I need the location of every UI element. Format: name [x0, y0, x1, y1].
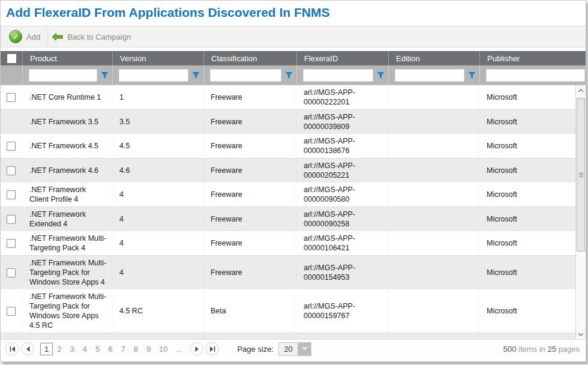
filter-input-edition[interactable]	[395, 69, 464, 82]
pager-next-button[interactable]	[190, 342, 203, 355]
add-check-icon: ✓	[9, 30, 22, 43]
cell-flexeraid: arl://MGS-APP-00000138676	[296, 134, 388, 158]
row-checkbox[interactable]	[7, 142, 16, 151]
column-header-classification[interactable]: Classification	[203, 51, 296, 65]
cell-flexeraid: arl://MGS-APP-00000222201	[296, 85, 388, 109]
table-row[interactable]: .NET Framework Client Profile 4 4 Freewa…	[1, 182, 575, 207]
cell-classification: Freeware	[203, 256, 296, 289]
page-number-5[interactable]: 5	[91, 343, 104, 355]
grid-window: Add FlexeraID From Applications Discover…	[0, 0, 586, 362]
page-number-3[interactable]: 3	[65, 343, 78, 355]
cell-edition	[388, 256, 479, 289]
pager-last-button[interactable]	[206, 342, 219, 355]
page-number-6[interactable]: 6	[104, 343, 116, 355]
cell-publisher: Microsoft	[479, 110, 575, 134]
cell-classification: Beta	[203, 289, 296, 333]
select-all-checkbox[interactable]	[7, 54, 16, 63]
column-header-product[interactable]: Product	[22, 51, 112, 65]
filter-input-flexeraid[interactable]	[303, 69, 373, 82]
table-row[interactable]: .NET Framework Multi-Targeting Pack 4 4 …	[1, 231, 575, 256]
table-row[interactable]: arl://MGS	[1, 333, 575, 339]
cell-classification: Freeware	[203, 231, 296, 255]
page-number-...[interactable]: ...	[172, 343, 187, 355]
table-row[interactable]: .NET Framework 4.5 4.5 Freeware arl://MG…	[1, 134, 575, 158]
cell-version: 3.5	[112, 110, 203, 134]
column-header-publisher[interactable]: Publisher	[479, 51, 586, 65]
page-number-9[interactable]: 9	[142, 343, 155, 355]
filter-input-publisher[interactable]	[486, 69, 585, 82]
page-number-2[interactable]: 2	[53, 343, 65, 355]
cell-version: 4	[112, 256, 203, 289]
cell-flexeraid: arl://MGS-APP-00000039809	[296, 110, 388, 134]
column-header-version[interactable]: Version	[112, 51, 203, 65]
filter-cell-version	[112, 65, 203, 85]
pager-prev-button[interactable]	[21, 342, 34, 355]
column-header-edition[interactable]: Edition	[388, 51, 479, 65]
funnel-icon[interactable]	[285, 71, 293, 79]
funnel-icon[interactable]	[468, 71, 476, 79]
cell-edition	[388, 134, 479, 158]
items-text: items in	[518, 345, 545, 354]
table-row[interactable]: .NET Framework 3.5 3.5 Freeware arl://MG…	[1, 110, 575, 134]
filter-input-product[interactable]	[29, 69, 97, 82]
cell-edition	[388, 231, 479, 255]
vertical-scrollbar[interactable]	[575, 85, 586, 339]
column-header-flexeraid[interactable]: FlexeraID	[296, 51, 388, 65]
grip-icon	[579, 173, 583, 177]
cell-product: .NET Framework Client Profile 4	[22, 182, 112, 207]
pages-count: 25	[547, 345, 556, 354]
back-to-campaign-button[interactable]: Back to Campaign	[47, 28, 138, 46]
table-row[interactable]: .NET Framework Multi-Targeting Pack for …	[1, 289, 575, 333]
scrollbar-thumb[interactable]	[577, 98, 585, 252]
cell-edition	[388, 182, 479, 207]
funnel-icon[interactable]	[192, 71, 200, 79]
table-row[interactable]: .NET Framework Multi-Targeting Pack for …	[1, 256, 575, 289]
page-number-1[interactable]: 1	[40, 343, 53, 355]
cell-version: 4.5 RC	[112, 289, 203, 333]
row-checkbox[interactable]	[7, 190, 16, 199]
cell-flexeraid: arl://MGS-APP-00000205221	[296, 158, 388, 182]
scroll-down-icon[interactable]	[576, 329, 586, 339]
row-checkbox[interactable]	[7, 268, 16, 277]
page-number-4[interactable]: 4	[79, 343, 91, 355]
cell-flexeraid: arl://MGS	[296, 333, 388, 339]
back-arrow-icon	[52, 33, 63, 41]
cell-version: 1	[112, 85, 203, 109]
filter-input-version[interactable]	[119, 69, 188, 82]
row-checkbox-cell	[1, 289, 22, 333]
cell-classification: Freeware	[203, 158, 296, 182]
page-number-8[interactable]: 8	[130, 343, 142, 355]
filter-input-classification[interactable]	[210, 69, 281, 82]
chevron-down-icon[interactable]	[298, 343, 311, 355]
cell-product: .NET Framework Multi-Targeting Pack for …	[22, 256, 112, 289]
cell-classification: Freeware	[203, 85, 296, 109]
pages-text: pages	[559, 345, 580, 354]
pager-first-button[interactable]	[5, 342, 19, 355]
filter-cell-edition	[388, 65, 479, 85]
row-checkbox[interactable]	[7, 239, 16, 248]
row-checkbox[interactable]	[7, 215, 16, 224]
items-count: 500	[503, 345, 517, 354]
cell-flexeraid: arl://MGS-APP-00000154953	[296, 256, 388, 289]
page-number-7[interactable]: 7	[116, 343, 129, 355]
funnel-icon[interactable]	[101, 71, 109, 79]
row-checkbox-cell	[1, 207, 22, 231]
funnel-icon[interactable]	[377, 71, 385, 79]
page-number-10[interactable]: 10	[155, 343, 172, 355]
cell-product: .NET Framework Multi-Targeting Pack 4	[22, 231, 112, 255]
add-button[interactable]: ✓ Add	[5, 28, 47, 46]
page-size-select[interactable]: 20	[278, 342, 311, 356]
table-row[interactable]: .NET Framework 4.6 4.6 Freeware arl://MG…	[1, 158, 575, 182]
row-checkbox[interactable]	[7, 93, 16, 102]
table-row[interactable]: .NET Core Runtime 1 1 Freeware arl://MGS…	[1, 85, 575, 110]
cell-classification: Freeware	[203, 134, 296, 158]
grid-header-row: Product Version Classification FlexeraID…	[1, 51, 586, 65]
pager-pages: 12345678910...	[40, 343, 187, 355]
cell-edition	[388, 85, 479, 109]
row-checkbox[interactable]	[7, 166, 16, 175]
table-row[interactable]: .NET Framework Extended 4 4 Freeware arl…	[1, 207, 575, 231]
row-checkbox[interactable]	[7, 307, 16, 316]
cell-publisher: Microsoft	[479, 182, 575, 207]
grid-body: .NET Core Runtime 1 1 Freeware arl://MGS…	[1, 85, 586, 339]
scroll-up-icon[interactable]	[576, 85, 586, 95]
